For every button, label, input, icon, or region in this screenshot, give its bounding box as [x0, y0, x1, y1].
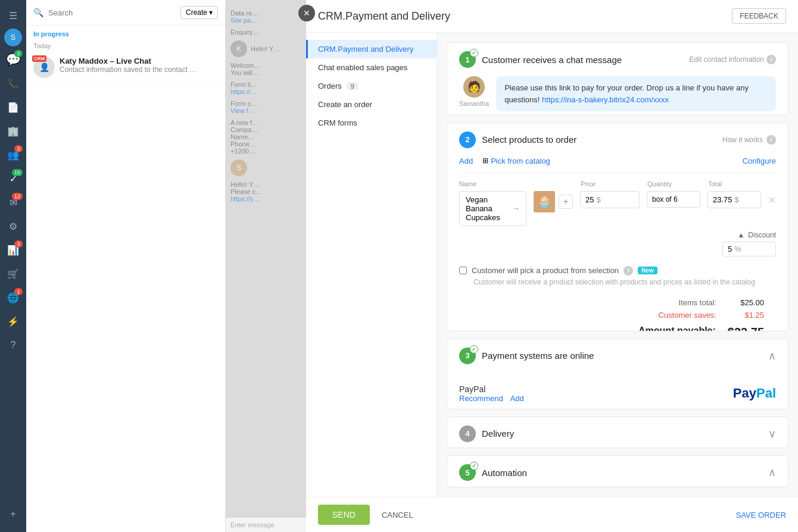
- avatar-icon[interactable]: S: [4, 29, 22, 46]
- section1-header: 1 ✓ Customer receives a chat message Edi…: [447, 43, 788, 76]
- product-row: Vegan Banana Cupcakes → 🧁 + 25: [459, 191, 776, 226]
- section5-collapse-button[interactable]: ∧: [768, 466, 776, 479]
- chat-icon[interactable]: 💬 3: [2, 49, 24, 70]
- nav-item-payment-delivery[interactable]: CRM.Payment and Delivery: [306, 40, 437, 58]
- nav-item-sales-pages[interactable]: Chat enabled sales pages: [306, 58, 437, 77]
- customer-saves-line: Customer saves: $1.25: [459, 311, 764, 320]
- product-quantity-col: box of 6: [647, 191, 700, 208]
- samantha-avatar: 🧑: [463, 76, 485, 98]
- product-total-input[interactable]: 23.75 $: [707, 191, 761, 208]
- panel-nav: CRM.Payment and Delivery Chat enabled sa…: [306, 33, 437, 497]
- mail-icon[interactable]: ✉ 12: [2, 192, 24, 213]
- section2-title: Select products to order: [482, 134, 576, 145]
- customer-saves-label: Customer saves:: [658, 311, 716, 320]
- chat-name: Katy Maddox – Live Chat: [60, 57, 218, 65]
- overlay-messages: Data re… Site pa… Enquiry… K Hello! Y… W…: [226, 0, 306, 517]
- section3-collapse-button[interactable]: ∧: [768, 349, 776, 362]
- customer-saves-value: $1.25: [728, 311, 764, 320]
- discount-unit: %: [734, 245, 741, 254]
- add-payment-link[interactable]: Add: [510, 394, 524, 403]
- chat-avatar: CRM 👤: [33, 57, 55, 78]
- help-icon[interactable]: ?: [2, 334, 24, 356]
- automation-icon[interactable]: ⚡: [2, 311, 24, 332]
- chat-info: Katy Maddox – Live Chat Contact informat…: [60, 57, 218, 74]
- step3-circle: 3 ✓: [459, 348, 476, 364]
- items-total-line: Items total: $25.00: [459, 298, 764, 307]
- mail-badge: 12: [12, 193, 23, 200]
- chat-list-header: 🔍 Create ▾: [26, 0, 225, 26]
- tasks-icon[interactable]: ✓ 15: [2, 168, 24, 189]
- main-panel: CRM.Payment and Delivery FEEDBACK CRM.Pa…: [306, 0, 798, 532]
- configure-link[interactable]: Configure: [743, 157, 776, 165]
- edit-contact-info-icon[interactable]: i: [766, 55, 776, 64]
- section4-collapse-button[interactable]: ∨: [768, 427, 776, 440]
- product-price-input[interactable]: 25 $: [580, 191, 640, 208]
- contacts-icon[interactable]: 👥 3: [2, 144, 24, 165]
- discount-toggle[interactable]: ▲ Discount: [737, 231, 776, 239]
- section2-card: 2 Select products to order How it works …: [447, 123, 788, 331]
- section4-title: Delivery: [482, 428, 514, 439]
- step2-circle: 2: [459, 132, 476, 148]
- create-button[interactable]: Create ▾: [180, 6, 218, 19]
- product-name-input[interactable]: Vegan Banana Cupcakes →: [459, 191, 526, 226]
- chat-list: 🔍 Create ▾ In progress Today CRM 👤 Katy …: [26, 0, 226, 532]
- store-icon[interactable]: 🛒: [2, 263, 24, 284]
- edit-contact-link[interactable]: Edit contact information i: [690, 55, 776, 64]
- recommend-link[interactable]: Recommend: [459, 394, 503, 403]
- discount-input[interactable]: 5 %: [722, 242, 776, 256]
- section5-title-row: 5 ✓ Automation: [459, 464, 527, 481]
- reports-badge: 3: [14, 240, 23, 248]
- close-button[interactable]: ✕: [298, 5, 315, 21]
- items-total-label: Items total:: [678, 298, 716, 307]
- overlay-msg-1: Data re… Site pa…: [230, 10, 301, 24]
- customer-pick-checkbox[interactable]: [459, 267, 467, 274]
- section3-title-row: 3 ✓ Payment systems are online: [459, 348, 594, 364]
- phone-icon[interactable]: 📞: [2, 73, 24, 94]
- overlay-area: ✕ Data re… Site pa… Enquiry… K Hello! Y……: [226, 0, 306, 532]
- nav-item-create-order[interactable]: Create an order: [306, 95, 437, 114]
- section3-header: 3 ✓ Payment systems are online ∧: [447, 339, 788, 373]
- crm-icon[interactable]: 🏢: [2, 120, 24, 142]
- how-it-works-icon[interactable]: i: [766, 135, 776, 145]
- contacts-badge: 3: [14, 145, 23, 152]
- nav-item-orders[interactable]: Orders 9: [306, 77, 437, 95]
- product-quantity-input[interactable]: box of 6: [647, 191, 700, 208]
- pick-from-catalog-link[interactable]: ⊞ Pick from catalog: [482, 157, 550, 165]
- amount-payable-value: $23.75: [728, 326, 764, 331]
- add-image-button[interactable]: +: [559, 195, 573, 209]
- customer-pick-info-icon[interactable]: i: [624, 266, 633, 276]
- section3-title: Payment systems are online: [482, 351, 594, 361]
- panel-header: CRM.Payment and Delivery FEEDBACK: [306, 0, 798, 33]
- product-price-value: 25: [585, 195, 594, 204]
- amount-payable-line: Amount payable: $23.75: [459, 326, 764, 331]
- save-order-button[interactable]: SAVE ORDER: [736, 505, 786, 525]
- nav-item-crm-forms[interactable]: CRM forms: [306, 114, 437, 132]
- add-icon[interactable]: +: [2, 503, 24, 525]
- settings-icon[interactable]: ⚙: [2, 215, 24, 237]
- sites-icon[interactable]: 🌐 1: [2, 287, 24, 308]
- payment-info: PayPal Recommend Add: [459, 384, 524, 403]
- chat-item[interactable]: CRM 👤 Katy Maddox – Live Chat Contact in…: [26, 52, 225, 83]
- product-name-col: Vegan Banana Cupcakes →: [459, 191, 526, 226]
- remove-product-button[interactable]: ✕: [768, 195, 776, 206]
- document-icon[interactable]: 📄: [2, 96, 24, 118]
- add-link[interactable]: Add: [459, 157, 473, 165]
- search-input[interactable]: [48, 8, 176, 17]
- product-image: 🧁: [534, 191, 555, 212]
- panel-title: CRM.Payment and Delivery: [318, 10, 450, 23]
- col-name-header: Name: [459, 180, 573, 187]
- product-price-unit: $: [596, 195, 600, 204]
- feedback-button[interactable]: FEEDBACK: [732, 8, 786, 24]
- cancel-button[interactable]: CANCEL: [375, 505, 420, 525]
- overlay-msg-5: Form c… View f…: [230, 100, 301, 114]
- menu-icon[interactable]: ☰: [2, 5, 24, 26]
- items-total-value: $25.00: [728, 298, 764, 307]
- message-link[interactable]: https://ina-s-bakery.bitrix24.com/xxxx: [542, 95, 669, 104]
- send-button[interactable]: SEND: [318, 505, 370, 525]
- step1-check: ✓: [470, 49, 478, 57]
- step4-circle: 4: [459, 425, 476, 442]
- discount-area: ▲ Discount 5 %: [696, 231, 776, 256]
- section3-card: 3 ✓ Payment systems are online ∧ PayPal …: [447, 339, 788, 409]
- reports-icon[interactable]: 📊 3: [2, 239, 24, 261]
- chat-preview-text: Contact information saved to the contact…: [60, 65, 218, 74]
